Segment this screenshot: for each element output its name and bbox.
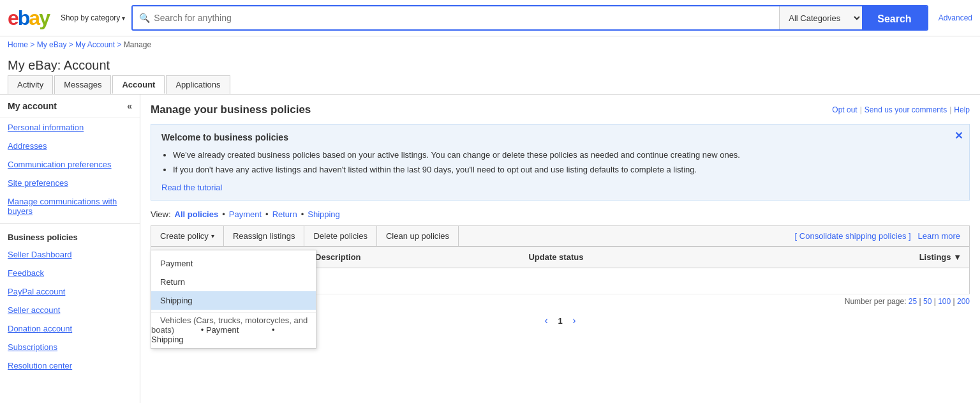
breadcrumb: Home > My eBay > My Account > Manage <box>0 36 980 53</box>
sidebar-item-seller-dashboard[interactable]: Seller Dashboard <box>0 245 140 264</box>
dot-3: • <box>301 209 304 219</box>
dropdown-shipping[interactable]: Shipping <box>151 291 316 310</box>
table-header-update-status: Update status <box>521 247 766 268</box>
consolidate-link: [ Consolidate shipping policies ] Learn … <box>786 226 969 246</box>
main-layout: My account « Personal information Addres… <box>0 94 980 403</box>
sidebar-item-personal-info[interactable]: Personal information <box>0 118 140 137</box>
logo-b: b <box>18 6 29 29</box>
sidebar: My account « Personal information Addres… <box>0 95 140 403</box>
sidebar-item-seller-account[interactable]: Seller account <box>0 301 140 319</box>
welcome-close-button[interactable]: ✕ <box>954 130 963 142</box>
sidebar-header: My account « <box>0 95 140 118</box>
table-header-description: Description <box>308 247 521 268</box>
reassign-listings-button[interactable]: Reassign listings <box>224 226 305 246</box>
page-title: My eBay: Account <box>8 58 972 73</box>
dot-1: • <box>222 209 225 219</box>
welcome-bullet-2: If you don't have any active listings an… <box>173 162 959 177</box>
sidebar-title: My account <box>8 101 57 111</box>
per-page-label: Number per page: <box>845 297 907 306</box>
send-comments-link[interactable]: Send us your comments <box>865 105 947 114</box>
view-label: View: <box>151 209 171 219</box>
next-page-button[interactable]: › <box>568 315 579 326</box>
ebay-logo: ebay <box>8 6 49 30</box>
toolbar-wrapper: Create policy ▾ Reassign listings Delete… <box>151 225 970 333</box>
create-policy-button[interactable]: Create policy ▾ <box>151 226 224 246</box>
filter-all-policies[interactable]: All policies <box>175 209 219 219</box>
shop-by-category[interactable]: Shop by category ▾ <box>61 13 125 22</box>
sidebar-item-donation-account[interactable]: Donation account <box>0 319 140 338</box>
per-page-50[interactable]: 50 <box>923 297 932 306</box>
per-page-200[interactable]: 200 <box>957 297 970 306</box>
chevron-down-icon: ▾ <box>122 15 125 22</box>
sidebar-item-subscriptions[interactable]: Subscriptions <box>0 338 140 356</box>
clean-up-button[interactable]: Clean up policies <box>377 226 459 246</box>
create-policy-label: Create policy <box>160 231 209 241</box>
delete-policies-button[interactable]: Delete policies <box>304 226 377 246</box>
tab-messages[interactable]: Messages <box>54 75 111 94</box>
content-title: Manage your business policies <box>151 103 311 116</box>
sidebar-item-site-prefs[interactable]: Site preferences <box>0 174 140 192</box>
welcome-title: Welcome to business policies <box>161 132 959 142</box>
dropdown-payment[interactable]: Payment <box>151 254 316 273</box>
logo-e: e <box>8 6 18 29</box>
sidebar-item-communication-prefs[interactable]: Communication preferences <box>0 155 140 174</box>
breadcrumb-home[interactable]: Home <box>8 40 28 49</box>
tab-activity[interactable]: Activity <box>8 75 53 94</box>
consolidate-shipping-link[interactable]: [ Consolidate shipping policies ] <box>795 231 911 241</box>
welcome-bullets: We've already created business policies … <box>161 148 959 178</box>
content-links: Opt out | Send us your comments | Help <box>832 105 970 114</box>
search-input[interactable] <box>154 13 773 23</box>
breadcrumb-my-account[interactable]: My Account <box>75 40 115 49</box>
breadcrumb-my-ebay[interactable]: My eBay <box>37 40 67 49</box>
toolbar: Create policy ▾ Reassign listings Delete… <box>151 225 970 247</box>
content-header: Manage your business policies Opt out | … <box>151 103 970 116</box>
page-title-wrap: My eBay: Account <box>0 53 980 75</box>
collapse-icon[interactable]: « <box>127 101 132 111</box>
sidebar-item-resolution-center[interactable]: Resolution center <box>0 356 140 375</box>
logo-a: a <box>29 6 39 29</box>
search-button[interactable]: Search <box>862 6 926 31</box>
sidebar-item-paypal[interactable]: PayPal account <box>0 282 140 301</box>
sidebar-item-addresses[interactable]: Addresses <box>0 137 140 155</box>
help-link[interactable]: Help <box>954 105 970 114</box>
link-separator-2: | <box>949 105 951 114</box>
opt-out-link[interactable]: Opt out <box>832 105 857 114</box>
sidebar-business-title: Business policies <box>0 226 140 245</box>
tabs: Activity Messages Account Applications <box>0 75 980 94</box>
learn-more-link[interactable]: Learn more <box>918 231 960 241</box>
sidebar-item-manage-comms[interactable]: Manage communications with buyers <box>0 192 140 220</box>
category-select[interactable]: All Categories <box>779 6 862 29</box>
tab-applications[interactable]: Applications <box>166 75 230 94</box>
search-bar: 🔍 All Categories Search <box>131 5 928 31</box>
sidebar-divider <box>0 223 140 224</box>
shop-by-label: Shop by category <box>61 13 120 22</box>
prev-page-button[interactable]: ‹ <box>540 315 551 326</box>
breadcrumb-manage: Manage <box>124 40 151 49</box>
per-page-25[interactable]: 25 <box>909 297 917 306</box>
content-area: Manage your business policies Opt out | … <box>140 95 980 403</box>
per-page-100[interactable]: 100 <box>938 297 951 306</box>
read-tutorial-link[interactable]: Read the tutorial <box>161 183 222 192</box>
search-input-wrap: 🔍 <box>133 6 779 29</box>
header: ebay Shop by category ▾ 🔍 All Categories… <box>0 0 980 36</box>
advanced-link[interactable]: Advanced <box>939 13 972 22</box>
sidebar-item-feedback[interactable]: Feedback <box>0 264 140 282</box>
filter-payment[interactable]: Payment <box>229 209 262 219</box>
create-policy-dropdown: Payment Return Shipping Vehicles (Cars, … <box>151 250 316 349</box>
table-header-listings: Listings ▼ <box>766 247 969 268</box>
current-page: 1 <box>554 316 566 326</box>
dot-2: • <box>265 209 269 219</box>
dropdown-arrow-icon: ▾ <box>211 232 214 240</box>
logo-y: y <box>39 6 49 29</box>
tab-account[interactable]: Account <box>112 75 165 94</box>
filter-return[interactable]: Return <box>272 209 297 219</box>
welcome-box: ✕ Welcome to business policies We've alr… <box>151 124 970 201</box>
listings-sort-icon: ▼ <box>953 252 961 262</box>
search-icon: 🔍 <box>139 13 150 23</box>
welcome-bullet-1: We've already created business policies … <box>173 148 959 162</box>
filter-shipping[interactable]: Shipping <box>308 209 340 219</box>
dropdown-return[interactable]: Return <box>151 273 316 291</box>
link-separator-1: | <box>860 105 862 114</box>
view-filters: View: All policies • Payment • Return • … <box>151 209 970 219</box>
